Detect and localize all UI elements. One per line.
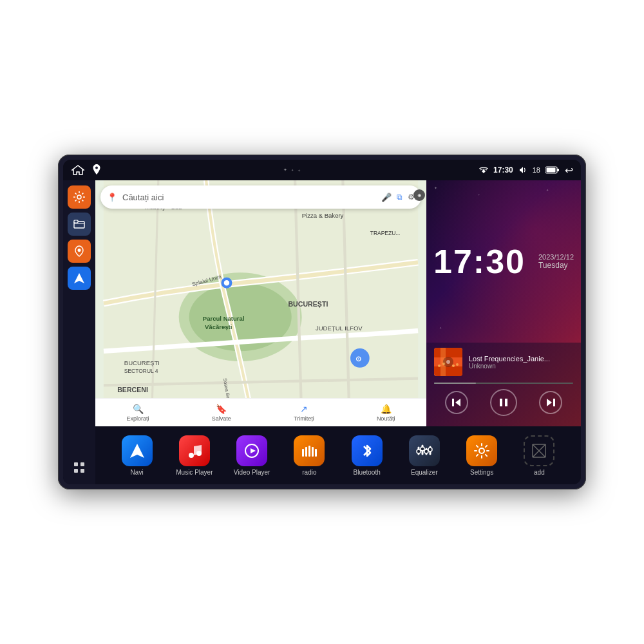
svg-rect-5 bbox=[546, 168, 555, 173]
svg-rect-13 bbox=[74, 469, 78, 473]
status-bar: ✦ ✦ ✦ 17:30 18 bbox=[63, 160, 581, 180]
app-bluetooth[interactable]: Bluetooth bbox=[345, 435, 390, 476]
bluetooth-icon bbox=[352, 435, 383, 466]
search-placeholder-text: Căutați aici bbox=[122, 193, 376, 202]
svg-text:BUCUREȘTI: BUCUREȘTI bbox=[288, 300, 328, 308]
clock-widget: ✦ ✦ ✦ ✦ 17:30 2023/12/12 Tuesday bbox=[426, 180, 581, 343]
prev-button[interactable] bbox=[445, 391, 468, 414]
status-stars: ✦ ✦ ✦ bbox=[283, 167, 301, 173]
map-saved-btn[interactable]: 🔖 Salvate bbox=[212, 404, 231, 422]
map-panel[interactable]: AXIS Premium Mobility - Sud Pizza & Bake… bbox=[95, 180, 426, 426]
sidebar bbox=[63, 180, 95, 484]
clock-date-text: 2023/12/12 bbox=[538, 253, 574, 261]
map-search-bar[interactable]: 📍 Căutați aici 🎤 ⧉ ⚙ ⊕ bbox=[100, 185, 421, 209]
svg-point-68 bbox=[428, 448, 432, 451]
star-deco-2: ✦ bbox=[478, 193, 480, 196]
volume-icon bbox=[518, 166, 527, 174]
svg-point-41 bbox=[438, 365, 440, 367]
svg-marker-45 bbox=[455, 399, 460, 406]
music-controls bbox=[434, 389, 573, 416]
settings-label: Settings bbox=[470, 469, 493, 476]
next-button[interactable] bbox=[539, 391, 562, 414]
clock-time-display: 17:30 bbox=[433, 242, 526, 281]
svg-rect-46 bbox=[452, 399, 454, 406]
svg-rect-14 bbox=[80, 469, 84, 473]
svg-rect-60 bbox=[315, 449, 317, 457]
map-extra-btn[interactable]: ⊕ bbox=[413, 189, 425, 201]
app-radio[interactable]: radio bbox=[287, 435, 332, 476]
svg-rect-58 bbox=[308, 446, 310, 457]
app-settings[interactable]: Settings bbox=[459, 435, 504, 476]
svg-rect-47 bbox=[500, 399, 502, 406]
music-progress-fill bbox=[434, 383, 476, 384]
center-area: AXIS Premium Mobility - Sud Pizza & Bake… bbox=[95, 180, 581, 484]
svg-point-43 bbox=[452, 365, 455, 367]
map-explore-btn[interactable]: 🔍 Explorați bbox=[127, 404, 149, 422]
back-button[interactable]: ↩ bbox=[565, 164, 573, 176]
battery-icon bbox=[545, 166, 560, 174]
app-video[interactable]: Video Player bbox=[229, 435, 274, 476]
sidebar-grid[interactable] bbox=[68, 456, 91, 479]
navi-label: Navi bbox=[131, 469, 144, 476]
status-right: 17:30 18 ↩ bbox=[479, 164, 573, 176]
map-toolbar: 🔍 Explorați 🔖 Salvate ↗ Trimiteți bbox=[95, 398, 426, 426]
svg-point-44 bbox=[456, 363, 459, 366]
svg-text:Parcul Natural: Parcul Natural bbox=[203, 315, 245, 322]
app-navi[interactable]: Navi bbox=[115, 435, 160, 476]
layers-icon[interactable]: ⧉ bbox=[397, 193, 402, 202]
radio-label: radio bbox=[302, 469, 316, 476]
google-maps-pin-icon: 📍 bbox=[107, 193, 117, 202]
svg-point-1 bbox=[95, 167, 98, 169]
music-player-label: Music Player bbox=[176, 469, 213, 476]
map-news-btn[interactable]: 🔔 Noutăți bbox=[377, 404, 395, 422]
music-info: Lost Frequencies_Janie... Unknown bbox=[434, 348, 573, 376]
equalizer-label: Equalizer bbox=[411, 469, 438, 476]
svg-rect-4 bbox=[557, 169, 559, 171]
svg-rect-12 bbox=[80, 462, 84, 466]
svg-point-31 bbox=[224, 280, 229, 285]
home-button[interactable] bbox=[71, 164, 85, 176]
svg-marker-55 bbox=[251, 448, 256, 453]
equalizer-icon bbox=[409, 435, 440, 466]
sidebar-navigation[interactable] bbox=[68, 240, 91, 263]
sidebar-settings[interactable] bbox=[68, 185, 91, 209]
sidebar-files[interactable] bbox=[68, 213, 91, 236]
navi-icon bbox=[122, 435, 153, 466]
app-add[interactable]: add bbox=[516, 435, 562, 476]
svg-text:SECTORUL 4: SECTORUL 4 bbox=[124, 368, 158, 374]
svg-point-9 bbox=[78, 249, 81, 252]
pause-button[interactable] bbox=[490, 389, 517, 416]
svg-text:TRAPEZU...: TRAPEZU... bbox=[370, 230, 401, 236]
app-equalizer[interactable]: Equalizer bbox=[402, 435, 447, 476]
svg-rect-56 bbox=[302, 449, 304, 457]
svg-text:⊙: ⊙ bbox=[355, 355, 361, 363]
svg-rect-57 bbox=[305, 447, 307, 457]
clock-day-text: Tuesday bbox=[538, 261, 574, 270]
map-share-btn[interactable]: ↗ Trimiteți bbox=[294, 404, 314, 422]
svg-point-52 bbox=[189, 453, 194, 458]
svg-marker-2 bbox=[482, 169, 486, 173]
right-panel: ✦ ✦ ✦ ✦ 17:30 2023/12/12 Tuesday bbox=[426, 180, 581, 426]
microphone-icon[interactable]: 🎤 bbox=[381, 193, 392, 202]
app-music[interactable]: Music Player bbox=[172, 435, 217, 476]
music-progress-bar[interactable] bbox=[434, 383, 573, 384]
sidebar-nav-arrow[interactable] bbox=[68, 267, 91, 290]
svg-point-69 bbox=[479, 448, 484, 453]
svg-point-67 bbox=[424, 450, 428, 453]
svg-marker-51 bbox=[130, 444, 144, 458]
music-title: Lost Frequencies_Janie... bbox=[469, 355, 573, 363]
video-player-label: Video Player bbox=[234, 469, 270, 476]
star-deco-4: ✦ bbox=[439, 326, 442, 330]
svg-text:Văcărești: Văcărești bbox=[205, 323, 232, 330]
wifi-icon bbox=[479, 166, 488, 174]
star-deco-1: ✦ bbox=[434, 185, 437, 190]
svg-text:BUCUREȘTI: BUCUREȘTI bbox=[124, 359, 160, 366]
map-pin-button[interactable] bbox=[91, 164, 104, 176]
bluetooth-label: Bluetooth bbox=[353, 469, 380, 476]
svg-rect-59 bbox=[312, 447, 314, 457]
music-widget: Lost Frequencies_Janie... Unknown bbox=[426, 343, 581, 426]
svg-marker-0 bbox=[72, 166, 84, 175]
svg-point-6 bbox=[77, 195, 81, 199]
clock-date-display: 2023/12/12 Tuesday bbox=[538, 253, 574, 270]
settings-icon bbox=[466, 435, 497, 466]
